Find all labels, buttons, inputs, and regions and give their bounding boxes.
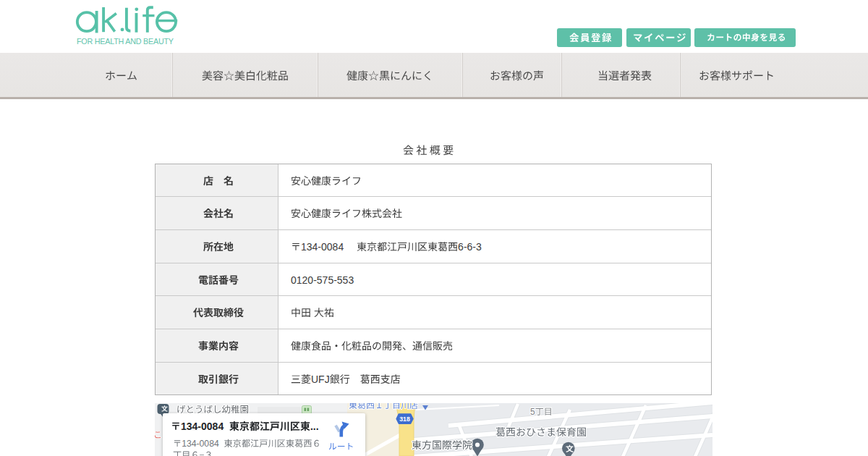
svg-text:0120-575-553: 0120-575-553 — [291, 274, 354, 286]
svg-text:UFJ: UFJ — [311, 373, 330, 385]
svg-text:134-0084: 134-0084 — [181, 421, 224, 432]
svg-text:134-0084: 134-0084 — [301, 241, 344, 253]
svg-text:...: ... — [310, 421, 319, 432]
svg-text:6-6-3: 6-6-3 — [458, 241, 482, 253]
svg-text:FOR HEALTH AND BEAUTY: FOR HEALTH AND BEAUTY — [77, 37, 174, 46]
